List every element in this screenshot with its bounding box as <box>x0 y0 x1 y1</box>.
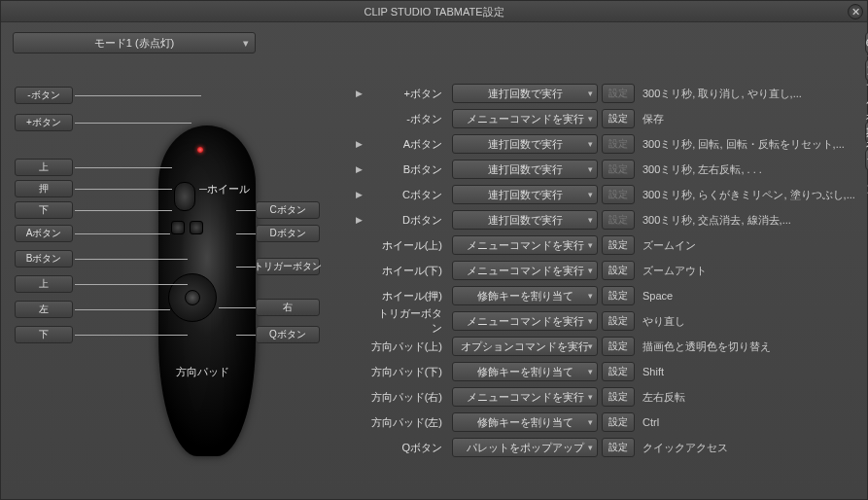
assignment-table: ▶+ボタン連打回数で実行設定300ミリ秒, 取り消し, やり直し,...-ボタン… <box>353 32 855 476</box>
action-dropdown-label: 連打回数で実行 <box>488 137 563 152</box>
configure-button[interactable]: 設定 <box>602 109 635 128</box>
label-dpad-left[interactable]: 左 <box>15 301 73 318</box>
device-diagram: -ボタン +ボタン 上 押 下 Aボタン Bボタン 上 左 下 ホイール 方向パ… <box>13 67 343 476</box>
label-wheel-press[interactable]: 押 <box>15 180 73 197</box>
action-dropdown[interactable]: メニューコマンドを実行 <box>452 387 598 407</box>
action-dropdown[interactable]: 連打回数で実行 <box>452 134 598 154</box>
configure-button[interactable]: 設定 <box>602 362 635 381</box>
action-dropdown[interactable]: メニューコマンドを実行 <box>452 109 598 128</box>
action-dropdown[interactable]: パレットをポップアップ <box>452 438 598 457</box>
label-b[interactable]: Bボタン <box>15 250 73 268</box>
action-dropdown[interactable]: メニューコマンドを実行 <box>452 311 598 331</box>
label-wheel-up[interactable]: 上 <box>15 159 73 176</box>
assignment-row: トリガーボタンメニューコマンドを実行設定やり直し <box>353 308 855 334</box>
configure-button[interactable]: 設定 <box>602 261 635 280</box>
row-label: Qボタン <box>368 441 448 455</box>
action-dropdown[interactable]: 修飾キーを割り当て <box>452 286 598 305</box>
action-dropdown[interactable]: 連打回数で実行 <box>452 210 598 230</box>
assignment-detail: 300ミリ秒, 左右反転, . . . <box>639 162 855 177</box>
assignment-detail: 300ミリ秒, 取り消し, やり直し,... <box>639 87 855 101</box>
action-dropdown-label: 連打回数で実行 <box>488 188 563 202</box>
action-dropdown-label: オプションコマンドを実行 <box>461 339 589 354</box>
label-c[interactable]: Cボタン <box>256 201 320 219</box>
action-dropdown[interactable]: メニューコマンドを実行 <box>452 261 598 280</box>
label-q[interactable]: Qボタン <box>256 326 320 343</box>
assignment-detail: 描画色と透明色を切り替え <box>639 339 855 354</box>
label-trigger[interactable]: トリガーボタン <box>256 258 320 275</box>
assignment-row: -ボタンメニューコマンドを実行設定保存 <box>353 106 855 131</box>
assignment-row: ▶Aボタン連打回数で実行設定300ミリ秒, 回転, 回転・反転をリセット,... <box>353 131 855 157</box>
configure-button[interactable]: 設定 <box>602 311 635 331</box>
action-dropdown-label: 修飾キーを割り当て <box>477 365 573 379</box>
assignment-row: ▶+ボタン連打回数で実行設定300ミリ秒, 取り消し, やり直し,... <box>353 81 855 106</box>
assignment-row: ▶Bボタン連打回数で実行設定300ミリ秒, 左右反転, . . . <box>353 157 855 182</box>
assignment-row: ホイール(下)メニューコマンドを実行設定ズームアウト <box>353 258 855 283</box>
label-minus[interactable]: -ボタン <box>15 87 73 104</box>
row-label: ホイール(下) <box>368 264 448 278</box>
row-label: 方向パッド(左) <box>368 415 448 430</box>
assignment-row: 方向パッド(下)修飾キーを割り当て設定Shift <box>353 359 855 384</box>
mode-led-icon <box>197 147 203 153</box>
label-wheel-down[interactable]: 下 <box>15 201 73 219</box>
configure-button: 設定 <box>602 84 635 103</box>
label-d[interactable]: Dボタン <box>256 225 320 242</box>
row-label: -ボタン <box>368 112 448 126</box>
row-label: Cボタン <box>368 188 448 202</box>
assignment-detail: Shift <box>639 366 855 377</box>
action-dropdown-label: 修飾キーを割り当て <box>477 289 573 304</box>
assignment-detail: Ctrl <box>639 416 855 428</box>
action-dropdown[interactable]: 修飾キーを割り当て <box>452 362 598 381</box>
action-dropdown[interactable]: 修飾キーを割り当て <box>452 412 598 432</box>
action-dropdown-label: メニューコマンドを実行 <box>467 238 584 253</box>
dialog-title: CLIP STUDIO TABMATE設定 <box>364 6 503 18</box>
label-a[interactable]: Aボタン <box>15 225 73 242</box>
row-label: Bボタン <box>368 162 448 177</box>
assignment-detail: やり直し <box>639 314 855 329</box>
configure-button[interactable]: 設定 <box>602 412 635 432</box>
row-label: トリガーボタン <box>368 306 448 336</box>
action-dropdown-label: 連打回数で実行 <box>488 87 563 101</box>
expand-arrow-icon[interactable]: ▶ <box>353 89 365 98</box>
close-button[interactable]: ✕ <box>848 4 863 19</box>
configure-button[interactable]: 設定 <box>602 235 635 255</box>
configure-button[interactable]: 設定 <box>602 286 635 305</box>
action-dropdown[interactable]: メニューコマンドを実行 <box>452 235 598 255</box>
label-dpad-down[interactable]: 下 <box>15 326 73 343</box>
expand-arrow-icon[interactable]: ▶ <box>353 139 365 149</box>
configure-button[interactable]: 設定 <box>602 387 635 407</box>
configure-button: 設定 <box>602 185 635 204</box>
action-dropdown[interactable]: 連打回数で実行 <box>452 84 598 103</box>
action-dropdown[interactable]: 連打回数で実行 <box>452 185 598 204</box>
phys-button-a <box>171 221 185 234</box>
row-label: Dボタン <box>368 213 448 228</box>
label-plus[interactable]: +ボタン <box>15 114 73 131</box>
phys-wheel <box>174 182 195 211</box>
configure-button: 設定 <box>602 160 635 179</box>
assignment-detail: ズームイン <box>639 238 855 253</box>
expand-arrow-icon[interactable]: ▶ <box>353 164 365 174</box>
title-bar: CLIP STUDIO TABMATE設定 ✕ <box>1 1 867 22</box>
mode-dropdown[interactable]: モード1 (赤点灯) <box>13 32 256 54</box>
configure-button[interactable]: 設定 <box>602 337 635 356</box>
expand-arrow-icon[interactable]: ▶ <box>353 190 365 199</box>
action-dropdown-label: メニューコマンドを実行 <box>467 390 584 405</box>
assignment-row: ▶Dボタン連打回数で実行設定300ミリ秒, 交点消去, 線消去,... <box>353 207 855 232</box>
label-dpad-right[interactable]: 右 <box>256 299 320 316</box>
row-label: Aボタン <box>368 137 448 152</box>
mode-dropdown-label: モード1 (赤点灯) <box>94 36 175 51</box>
phys-dpad-center <box>185 290 200 305</box>
expand-arrow-icon[interactable]: ▶ <box>353 215 365 225</box>
action-dropdown-label: メニューコマンドを実行 <box>467 264 584 278</box>
assignment-detail: Space <box>639 290 855 302</box>
assignment-row: ホイール(押)修飾キーを割り当て設定Space <box>353 283 855 308</box>
label-dpad-up[interactable]: 上 <box>15 275 73 293</box>
action-dropdown-label: 連打回数で実行 <box>488 162 563 177</box>
action-dropdown-label: メニューコマンドを実行 <box>467 314 584 329</box>
configure-button[interactable]: 設定 <box>602 438 635 457</box>
action-dropdown[interactable]: 連打回数で実行 <box>452 160 598 179</box>
row-label: +ボタン <box>368 87 448 101</box>
row-label: ホイール(上) <box>368 238 448 253</box>
row-label: 方向パッド(右) <box>368 390 448 405</box>
assignment-row: Qボタンパレットをポップアップ設定クイックアクセス <box>353 435 855 460</box>
action-dropdown[interactable]: オプションコマンドを実行 <box>452 337 598 356</box>
